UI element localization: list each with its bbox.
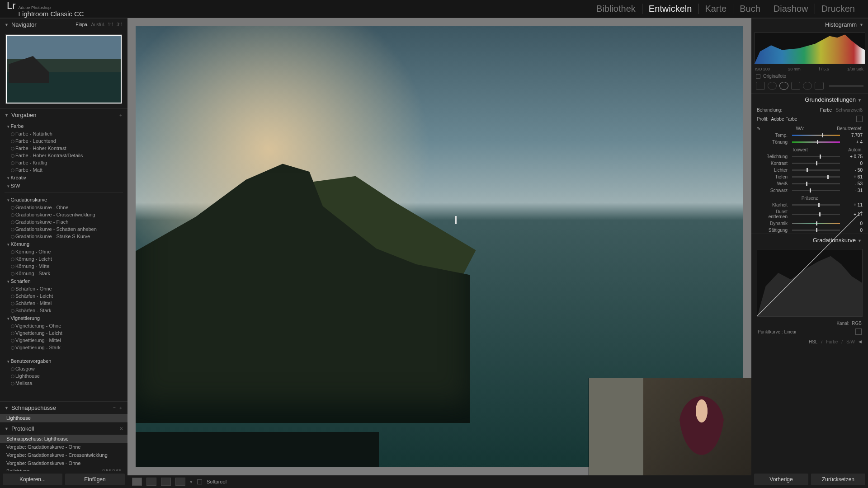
nav-fill[interactable]: Ausfül. xyxy=(91,22,105,27)
preset-item[interactable]: Schärfen - Leicht xyxy=(5,292,123,300)
history-item[interactable]: Belichtung-0,55 0,65 xyxy=(0,467,127,471)
preset-group[interactable]: Körnung xyxy=(5,240,123,248)
tool-amount-slider[interactable] xyxy=(829,85,863,87)
histogram[interactable] xyxy=(754,33,865,64)
module-slideshow[interactable]: Diashow xyxy=(767,4,815,14)
tint-slider[interactable] xyxy=(792,141,840,143)
tint-value[interactable]: + 4 xyxy=(844,140,863,145)
preset-item[interactable]: Vignettierung - Ohne xyxy=(5,322,123,329)
presence-saturation-value[interactable]: 0 xyxy=(844,228,863,233)
preset-group[interactable]: Kreativ xyxy=(5,174,123,182)
history-clear-icon[interactable]: ✕ xyxy=(119,426,123,431)
preset-item[interactable]: Körnung - Stark xyxy=(5,270,123,277)
tone-shadows-value[interactable]: + 61 xyxy=(844,174,863,179)
preset-item[interactable]: Schärfen - Stark xyxy=(5,307,123,314)
presence-vibrance-slider[interactable] xyxy=(792,223,840,224)
preset-item[interactable]: Vignettierung - Stark xyxy=(5,344,123,351)
preset-item[interactable]: Schärfen - Mittel xyxy=(5,300,123,307)
spot-tool-icon[interactable] xyxy=(768,82,777,90)
preset-item[interactable]: Farbe - Hoher Kontrast/Details xyxy=(5,152,123,159)
tone-curve[interactable] xyxy=(757,249,863,317)
crop-tool-icon[interactable] xyxy=(756,82,765,90)
presence-clarity-value[interactable]: + 11 xyxy=(844,202,863,207)
preset-item[interactable]: Schärfen - Ohne xyxy=(5,285,123,292)
wb-mode[interactable]: Benutzerdef. xyxy=(837,126,863,131)
temp-value[interactable]: 7.707 xyxy=(844,133,863,138)
tone-whites-slider[interactable] xyxy=(792,183,840,184)
preset-item[interactable]: Gradationskurve - Flach xyxy=(5,218,123,225)
pointcurve-value[interactable]: Linear xyxy=(784,329,797,334)
tone-shadows-slider[interactable] xyxy=(792,176,840,178)
softproof-checkbox[interactable] xyxy=(197,479,202,484)
before-after-split-icon[interactable] xyxy=(175,478,185,486)
preset-item[interactable]: Farbe - Leuchtend xyxy=(5,137,123,145)
preset-group[interactable]: Benutzervorgaben xyxy=(5,357,123,365)
history-item[interactable]: Vorgabe: Gradationskurve - Crossentwickl… xyxy=(0,451,127,459)
nav-1-1[interactable]: 1:1 xyxy=(108,22,114,27)
tone-contrast-slider[interactable] xyxy=(792,163,840,164)
basic-header[interactable]: Grundeinstellungen▼ xyxy=(751,93,868,106)
copy-button[interactable]: Kopieren... xyxy=(3,474,62,485)
previous-button[interactable]: Vorherige xyxy=(754,474,808,485)
preset-item[interactable]: Farbe - Natürlich xyxy=(5,130,123,137)
color-tab[interactable]: Farbe xyxy=(826,339,838,344)
presence-dehaze-slider[interactable] xyxy=(792,214,840,215)
snapshot-remove-icon[interactable]: − xyxy=(113,405,116,411)
preset-item[interactable]: Vignettierung - Mittel xyxy=(5,337,123,344)
paste-button[interactable]: Einfügen xyxy=(65,474,125,485)
presence-saturation-slider[interactable] xyxy=(792,230,840,231)
module-library[interactable]: Bibliothek xyxy=(590,4,642,14)
tone-contrast-value[interactable]: 0 xyxy=(844,161,863,166)
profile-browser-icon[interactable] xyxy=(856,116,863,122)
nav-custom[interactable]: 3:1 xyxy=(117,22,123,27)
original-checkbox[interactable] xyxy=(756,74,760,79)
radial-tool-icon[interactable] xyxy=(803,82,812,90)
gradient-tool-icon[interactable] xyxy=(791,82,800,90)
tonecurve-header[interactable]: Gradationskurve▼ xyxy=(751,234,868,246)
redeye-tool-icon[interactable] xyxy=(779,82,788,90)
tone-whites-value[interactable]: - 53 xyxy=(844,181,863,186)
histogram-header[interactable]: Histogramm ▼ xyxy=(751,18,868,31)
tone-exposure-slider[interactable] xyxy=(792,156,840,157)
snapshot-add-icon[interactable]: ＋ xyxy=(118,405,123,411)
eyedropper-icon[interactable]: ✎ xyxy=(757,126,763,131)
snapshot-item[interactable]: Lighthouse xyxy=(0,414,127,422)
history-header[interactable]: ▼ Protokoll ✕ xyxy=(0,422,127,435)
preset-item[interactable]: Gradationskurve - Crossentwicklung xyxy=(5,211,123,218)
tone-highlights-slider[interactable] xyxy=(792,169,840,171)
preset-item[interactable]: Körnung - Ohne xyxy=(5,248,123,255)
snapshots-header[interactable]: ▼ Schnappschüsse −＋ xyxy=(0,401,127,414)
preset-group[interactable]: Vignettierung xyxy=(5,314,123,322)
preset-item[interactable]: Gradationskurve - Schatten anheben xyxy=(5,225,123,233)
preset-group[interactable]: Gradationskurve xyxy=(5,196,123,204)
temp-slider[interactable] xyxy=(792,135,840,136)
preset-group[interactable]: Farbe xyxy=(5,122,123,130)
preset-item[interactable]: Gradationskurve - Ohne xyxy=(5,204,123,211)
channel-value[interactable]: RGB xyxy=(852,321,862,326)
before-after-lr-icon[interactable] xyxy=(146,478,156,486)
preset-item[interactable]: Vignettierung - Leicht xyxy=(5,329,123,337)
brush-tool-icon[interactable] xyxy=(815,82,824,90)
presets-header[interactable]: ▼ Vorgaben ＋ xyxy=(0,108,127,121)
preset-item[interactable]: Farbe - Hoher Kontrast xyxy=(5,145,123,152)
treatment-bw[interactable]: Schwarzweiß xyxy=(836,108,863,113)
preset-item[interactable]: Gradationskurve - Starke S-Kurve xyxy=(5,233,123,240)
tone-blacks-value[interactable]: - 31 xyxy=(844,188,863,193)
profile-select[interactable]: Adobe Farbe xyxy=(771,117,854,122)
module-print[interactable]: Drucken xyxy=(815,4,861,14)
preset-item[interactable]: Farbe - Kräftig xyxy=(5,159,123,166)
preset-item[interactable]: Glasgow xyxy=(5,365,123,372)
module-map[interactable]: Karte xyxy=(698,4,733,14)
presence-clarity-slider[interactable] xyxy=(792,204,840,206)
tone-blacks-slider[interactable] xyxy=(792,190,840,191)
treatment-color[interactable]: Farbe xyxy=(820,108,832,113)
navigator-header[interactable]: ▼ Navigator Einpa. Ausfül. 1:1 3:1 xyxy=(0,18,127,31)
module-develop[interactable]: Entwickeln xyxy=(642,4,698,14)
hsl-tab[interactable]: HSL xyxy=(809,339,817,344)
curve-edit-icon[interactable] xyxy=(855,328,862,335)
preset-item[interactable]: Körnung - Mittel xyxy=(5,263,123,270)
preset-item[interactable]: Körnung - Leicht xyxy=(5,255,123,263)
hsl-header[interactable]: HSL / Farbe / S/W ◀ xyxy=(751,338,868,346)
auto-button[interactable]: Autom. xyxy=(848,147,868,152)
preset-group[interactable]: Schärfen xyxy=(5,277,123,285)
